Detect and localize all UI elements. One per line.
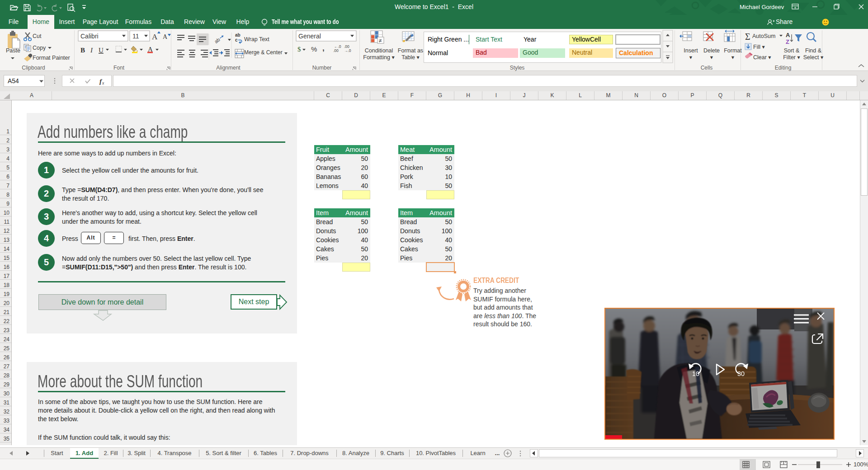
svg-text:$: $ <box>297 46 301 53</box>
svg-text:%: % <box>311 45 317 53</box>
svg-text:Z: Z <box>786 38 789 45</box>
svg-text:A: A <box>152 33 158 41</box>
svg-text:x: x <box>102 80 104 85</box>
svg-text:A: A <box>163 33 168 40</box>
svg-text:A: A <box>786 32 790 38</box>
svg-text:B: B <box>80 47 85 54</box>
svg-text:→.0: →.0 <box>344 48 351 53</box>
svg-text:ab: ab <box>213 37 221 44</box>
svg-text:U: U <box>99 47 104 54</box>
svg-text:I: I <box>90 47 93 54</box>
svg-text:Σ: Σ <box>745 32 750 42</box>
svg-text:≠: ≠ <box>379 38 382 44</box>
svg-text:30: 30 <box>737 370 745 377</box>
svg-text:10: 10 <box>692 370 699 377</box>
svg-text:ab: ab <box>235 33 241 38</box>
svg-text:,: , <box>322 44 325 52</box>
svg-text:.00: .00 <box>333 48 339 53</box>
svg-text:c: c <box>235 38 238 42</box>
